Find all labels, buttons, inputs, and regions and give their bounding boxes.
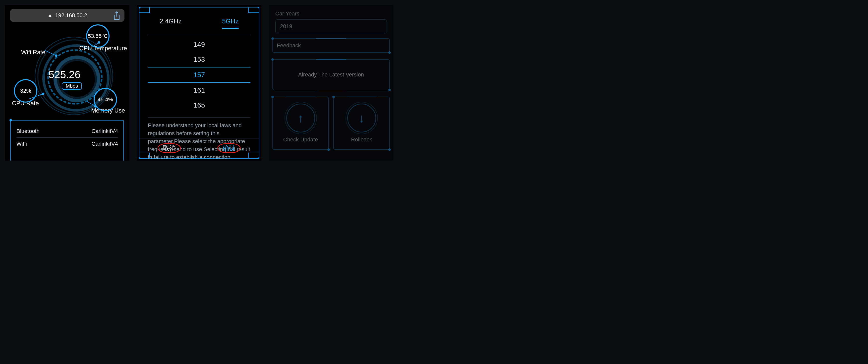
update-screen: Car Years 2019 Feedback Already The Late…	[269, 5, 393, 160]
channel-select-modal: 2.4GHz 5GHz 149 153 157 161 165 Please u…	[137, 5, 261, 160]
wifi-name-value: CarlinkitV4	[92, 141, 118, 147]
address-bar[interactable]: ▲ 192.168.50.2	[10, 9, 124, 22]
feedback-label: Feedback	[277, 42, 385, 49]
rollback-button[interactable]: ↓ Rollback	[333, 97, 390, 150]
channel-option[interactable]: 161	[148, 83, 250, 98]
channel-option[interactable]: 153	[148, 52, 250, 67]
channel-option[interactable]: 149	[148, 37, 250, 52]
channel-option[interactable]: 165	[148, 98, 250, 113]
share-icon[interactable]	[113, 11, 121, 21]
wifi-rate-label: Wifi Rate	[21, 49, 45, 56]
version-status-banner: Already The Latest Version	[272, 59, 390, 90]
hud-gauge-cluster: Wifi Rate 525.26 Mbps CPU Temperature 53…	[5, 27, 129, 121]
cancel-button[interactable]: 取消	[140, 139, 199, 158]
wifi-name-label: WiFi	[17, 141, 27, 147]
car-years-label: Car Years	[275, 10, 387, 17]
car-years-input[interactable]: 2019	[275, 20, 387, 33]
feedback-section[interactable]: Feedback	[272, 38, 390, 53]
channel-list[interactable]: 149 153 157 161 165	[140, 36, 259, 114]
tab-2-4ghz[interactable]: 2.4GHz	[152, 15, 189, 31]
download-arrow-icon: ↓	[347, 103, 376, 132]
tab-5ghz[interactable]: 5GHz	[215, 15, 246, 31]
url-text: 192.168.50.2	[55, 12, 87, 19]
band-tabs: 2.4GHz 5GHz	[140, 7, 259, 31]
upload-arrow-icon: ↑	[286, 103, 315, 132]
cpu-rate-value: 32%	[14, 79, 37, 102]
dashboard-screen: ▲ 192.168.50.2 Wifi Rate 525.26 Mbps CPU…	[5, 5, 129, 160]
device-info-panel: Bluetooth CarlinkitV4 WiFi CarlinkitV4	[10, 120, 124, 160]
cpu-temp-value: 53.55°C	[86, 24, 110, 48]
insecure-warning-icon: ▲	[47, 12, 53, 19]
bluetooth-value: CarlinkitV4	[92, 128, 118, 134]
version-status-text: Already The Latest Version	[298, 71, 364, 78]
rollback-label: Rollback	[351, 136, 372, 143]
wifi-rate-value: 525.26	[49, 69, 81, 81]
wifi-row: WiFi CarlinkitV4	[17, 138, 118, 150]
memory-use-value: 45.4%	[94, 88, 117, 111]
channel-option-selected[interactable]: 157	[148, 67, 250, 83]
wifi-rate-unit: Mbps	[62, 82, 82, 90]
bluetooth-label: Bluetooth	[17, 128, 39, 134]
confirm-button[interactable]: 确认	[199, 139, 259, 158]
bluetooth-row: Bluetooth CarlinkitV4	[17, 125, 118, 138]
check-update-button[interactable]: ↑ Check Update	[272, 97, 329, 150]
check-update-label: Check Update	[283, 136, 318, 143]
